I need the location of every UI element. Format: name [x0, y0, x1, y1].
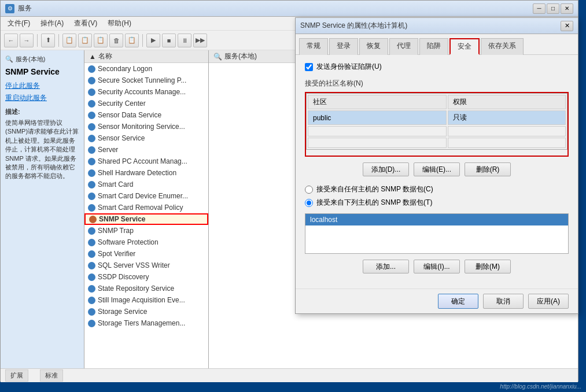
minimize-button[interactable]: ─	[533, 3, 546, 14]
menu-file[interactable]: 文件(F)	[3, 17, 35, 29]
tab-deps[interactable]: 依存关系	[481, 38, 524, 55]
service-item-label: Storage Service	[98, 308, 147, 316]
tab-security[interactable]: 安全	[449, 38, 480, 55]
menu-view[interactable]: 查看(V)	[69, 17, 102, 29]
col-header-permission: 权限	[448, 95, 566, 109]
title-controls: ─ □ ✕	[533, 3, 573, 14]
service-icon	[88, 273, 95, 281]
radio-list-hosts-row: 接受来自下列主机的 SNMP 数据包(T)	[305, 198, 569, 208]
service-item-security-center[interactable]: Security Center	[84, 98, 208, 109]
right-header-icon: 🔍	[213, 53, 222, 61]
community-row-public[interactable]: public 只读	[308, 110, 566, 125]
service-icon	[89, 216, 97, 223]
maximize-button[interactable]: □	[547, 3, 559, 14]
service-item-snmp-trap[interactable]: SNMP Trap	[84, 225, 208, 236]
pause-button[interactable]: ⏸	[178, 34, 191, 47]
forward-button[interactable]: →	[20, 34, 34, 47]
left-panel-title-text: 服务(本地)	[16, 55, 45, 64]
service-item-software-protection[interactable]: Software Protection	[84, 236, 208, 248]
service-item-storage[interactable]: Storage Service	[84, 306, 208, 317]
tab-proxy[interactable]: 代理	[389, 38, 418, 55]
service-item-smart-card-removal[interactable]: Smart Card Removal Policy	[84, 202, 208, 213]
stop-button[interactable]: ■	[162, 34, 176, 47]
ok-button[interactable]: 确定	[438, 294, 478, 309]
stop-service-link[interactable]: 停止此服务	[5, 81, 79, 91]
host-item-localhost[interactable]: localhost	[305, 214, 568, 225]
service-item-label: Sensor Service	[98, 134, 145, 142]
remove-host-button[interactable]: 删除(M)	[465, 260, 511, 273]
service-list[interactable]: Secondary Logon Secure Socket Tunneling …	[84, 63, 208, 368]
service-icon	[88, 320, 95, 327]
service-item-snmp[interactable]: SNMP Service	[84, 213, 208, 225]
restart-service-link[interactable]: 重启动此服务	[5, 93, 79, 103]
service-item-label: Still Image Acquisition Eve...	[98, 296, 185, 304]
close-button[interactable]: ✕	[561, 3, 573, 14]
edit-host-button[interactable]: 编辑(I)...	[414, 260, 460, 273]
service-item-label: Secure Socket Tunneling P...	[98, 76, 186, 84]
toolbar-separator-2	[58, 34, 59, 47]
dialog-title-text: SNMP Service 的属性(本地计算机)	[300, 21, 407, 31]
toolbar-btn-4[interactable]: 📋	[78, 34, 92, 47]
menu-help[interactable]: 帮助(H)	[103, 17, 136, 29]
tab-standard[interactable]: 标准	[40, 369, 63, 382]
service-icon	[88, 193, 95, 200]
apply-button[interactable]: 应用(A)	[528, 294, 569, 309]
service-list-panel: ▲ 名称 Secondary Logon Secure Socket Tunne…	[84, 50, 209, 368]
service-item-label: Security Center	[98, 99, 146, 108]
radio-any-host[interactable]	[305, 186, 313, 194]
service-icon	[88, 169, 95, 177]
service-item-label: Smart Card Device Enumer...	[98, 192, 188, 200]
service-item-secondary-logon[interactable]: Secondary Logon	[84, 63, 208, 75]
service-icon	[88, 123, 95, 131]
service-icon	[88, 308, 95, 316]
tab-traps[interactable]: 陷阱	[419, 38, 448, 55]
radio-list-hosts[interactable]	[305, 199, 313, 207]
up-button[interactable]: ⬆	[41, 34, 55, 47]
list-header: ▲ 名称	[84, 50, 208, 63]
resume-button[interactable]: ▶▶	[193, 34, 207, 47]
toolbar-btn-7[interactable]: 📋	[125, 34, 139, 47]
remove-community-button[interactable]: 删除(R)	[465, 162, 511, 176]
add-host-button[interactable]: 添加...	[363, 260, 409, 273]
service-item-sensor-data[interactable]: Sensor Data Service	[84, 109, 208, 121]
service-item-security-accounts[interactable]: Security Accounts Manage...	[84, 86, 208, 98]
service-icon	[88, 158, 95, 165]
service-item-still-image[interactable]: Still Image Acquisition Eve...	[84, 294, 208, 306]
community-name-public: public	[308, 110, 447, 125]
tab-logon[interactable]: 登录	[329, 38, 358, 55]
service-item-state-repo[interactable]: State Repository Service	[84, 283, 208, 294]
service-item-server[interactable]: Server	[84, 144, 208, 156]
tab-extended[interactable]: 扩展	[5, 369, 28, 382]
back-button[interactable]: ←	[4, 34, 18, 47]
service-item-storage-tiers[interactable]: Storage Tiers Managemen...	[84, 317, 208, 329]
hosts-list[interactable]: localhost	[305, 213, 569, 254]
service-item-shared-pc[interactable]: Shared PC Account Manag...	[84, 156, 208, 167]
service-item-sql-vss[interactable]: SQL Server VSS Writer	[84, 260, 208, 271]
tab-general[interactable]: 常规	[299, 38, 328, 55]
service-item-spot-verifier[interactable]: Spot Verifier	[84, 248, 208, 260]
toolbar-btn-3[interactable]: 📋	[62, 34, 76, 47]
edit-community-button[interactable]: 编辑(E)...	[414, 162, 460, 176]
service-item-secure-socket[interactable]: Secure Socket Tunneling P...	[84, 75, 208, 86]
dialog-close-button[interactable]: ✕	[561, 21, 573, 31]
send-auth-trap-row: 发送身份验证陷阱(U)	[305, 62, 569, 72]
service-item-smart-card[interactable]: Smart Card	[84, 179, 208, 190]
service-icon	[88, 181, 95, 188]
toolbar-btn-6[interactable]: 🗑	[109, 34, 123, 47]
service-item-ssdp[interactable]: SSDP Discovery	[84, 271, 208, 283]
community-row-empty-1	[308, 126, 566, 136]
tab-recovery[interactable]: 恢复	[359, 38, 388, 55]
menu-action[interactable]: 操作(A)	[36, 17, 68, 29]
service-item-shell-hardware[interactable]: Shell Hardware Detection	[84, 167, 208, 179]
service-item-label: Sensor Data Service	[98, 111, 161, 119]
service-item-sensor-service[interactable]: Sensor Service	[84, 132, 208, 144]
selected-service-name: SNMP Service	[5, 67, 79, 76]
service-item-smart-card-device[interactable]: Smart Card Device Enumer...	[84, 190, 208, 202]
service-item-sensor-monitoring[interactable]: Sensor Monitoring Service...	[84, 121, 208, 132]
send-auth-trap-checkbox[interactable]	[305, 63, 313, 71]
add-community-button[interactable]: 添加(D)...	[363, 162, 409, 176]
play-button[interactable]: ▶	[146, 34, 160, 47]
service-icon	[88, 100, 95, 108]
toolbar-btn-5[interactable]: 📋	[94, 34, 108, 47]
cancel-button[interactable]: 取消	[483, 294, 524, 309]
